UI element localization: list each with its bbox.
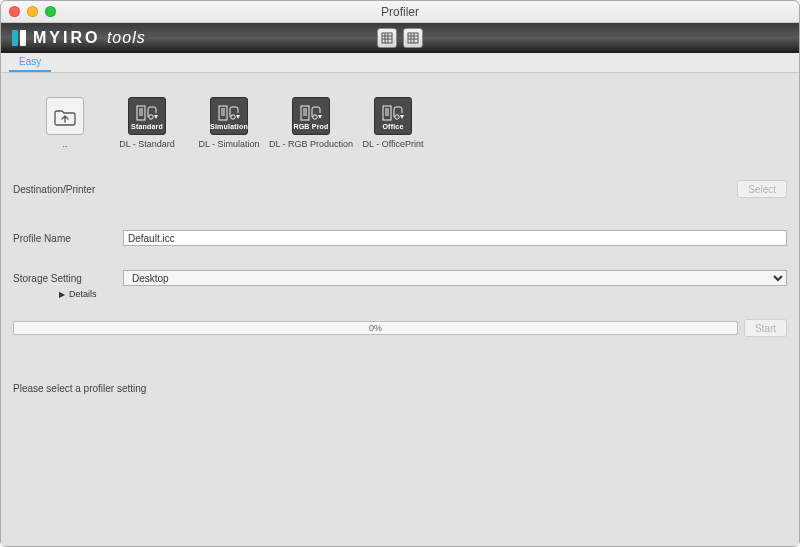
toolbar-button-2[interactable] xyxy=(403,28,423,48)
preset-simulation-caption: DL - Simulation xyxy=(198,139,259,149)
preset-office-tile-label: Office xyxy=(382,123,403,130)
svg-point-39 xyxy=(395,114,399,118)
preset-simulation[interactable]: Simulation DL - Simulation xyxy=(205,97,253,149)
brand-text: MYIRO tools xyxy=(33,29,146,47)
triangle-right-icon: ▶ xyxy=(59,290,65,299)
svg-point-25 xyxy=(231,114,235,118)
window-maximize-button[interactable] xyxy=(45,6,56,17)
preset-simulation-tile-label: Simulation xyxy=(210,123,248,130)
preset-rgb-prod-caption: DL - RGB Production xyxy=(269,139,353,149)
status-message: Please select a profiler setting xyxy=(9,383,791,394)
row-progress: 0% Start xyxy=(9,319,791,337)
folder-up-icon xyxy=(46,97,84,135)
preset-up-caption: .. xyxy=(62,139,67,149)
window-close-button[interactable] xyxy=(9,6,20,17)
tab-strip: Easy xyxy=(1,53,799,73)
toolbar-button-1[interactable] xyxy=(377,28,397,48)
toolbar: MYIRO tools xyxy=(1,23,799,53)
preset-standard[interactable]: Standard DL - Standard xyxy=(123,97,171,149)
row-profile-name: Profile Name xyxy=(9,227,791,249)
content-area: .. Standard DL - Stan xyxy=(1,73,799,546)
brand-name-light: tools xyxy=(107,29,146,46)
svg-rect-2 xyxy=(382,33,392,43)
brand-icon xyxy=(11,29,27,47)
svg-rect-1 xyxy=(20,30,26,46)
row-storage: Storage Setting Desktop xyxy=(9,267,791,289)
preset-up[interactable]: .. xyxy=(41,97,89,149)
progress-text: 0% xyxy=(369,323,382,333)
progress-bar: 0% xyxy=(13,321,738,335)
svg-marker-38 xyxy=(400,115,404,119)
preset-office-caption: DL - OfficePrint xyxy=(362,139,423,149)
presets-row: .. Standard DL - Stan xyxy=(9,89,791,157)
select-printer-button[interactable]: Select xyxy=(737,180,787,198)
preset-rgb-prod[interactable]: RGB Prod DL - RGB Production xyxy=(287,97,335,149)
window-title: Profiler xyxy=(1,5,799,19)
storage-details-toggle[interactable]: ▶ Details xyxy=(9,289,791,299)
traffic-lights xyxy=(9,6,56,17)
preset-office-tile: Office xyxy=(374,97,412,135)
start-button[interactable]: Start xyxy=(744,319,787,337)
label-storage: Storage Setting xyxy=(13,273,123,284)
preset-office[interactable]: Office DL - OfficePrint xyxy=(369,97,417,149)
profile-name-input[interactable] xyxy=(123,230,787,246)
window-minimize-button[interactable] xyxy=(27,6,38,17)
svg-marker-24 xyxy=(236,115,240,119)
tab-easy[interactable]: Easy xyxy=(9,53,51,72)
svg-marker-31 xyxy=(318,115,322,119)
app-window: Profiler MYIRO tools xyxy=(0,0,800,547)
label-profile-name: Profile Name xyxy=(13,233,123,244)
storage-details-label: Details xyxy=(69,289,97,299)
titlebar: Profiler xyxy=(1,1,799,23)
preset-simulation-tile: Simulation xyxy=(210,97,248,135)
preset-standard-tile-label: Standard xyxy=(131,123,163,130)
preset-rgb-prod-tile: RGB Prod xyxy=(292,97,330,135)
preset-standard-caption: DL - Standard xyxy=(119,139,175,149)
svg-marker-17 xyxy=(154,115,158,119)
svg-rect-7 xyxy=(408,33,418,43)
brand-name-bold: MYIRO xyxy=(33,29,100,46)
svg-point-18 xyxy=(149,114,153,118)
svg-point-32 xyxy=(313,114,317,118)
preset-standard-tile: Standard xyxy=(128,97,166,135)
presets-panel: .. Standard DL - Stan xyxy=(9,81,791,177)
row-destination: Destination/Printer Select xyxy=(9,177,791,201)
label-destination: Destination/Printer xyxy=(13,184,123,195)
svg-rect-0 xyxy=(12,30,18,46)
preset-rgb-prod-tile-label: RGB Prod xyxy=(293,123,328,130)
brand: MYIRO tools xyxy=(11,29,146,47)
storage-select[interactable]: Desktop xyxy=(123,270,787,286)
